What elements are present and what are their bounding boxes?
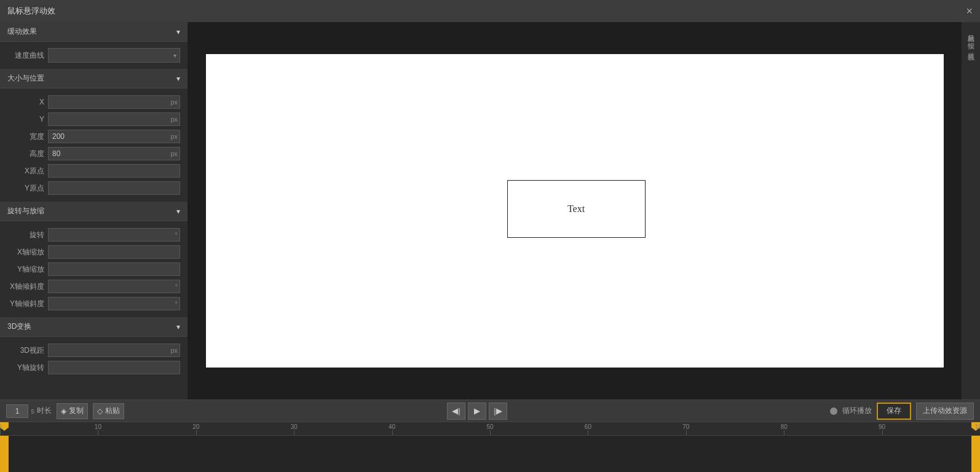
paste-label: 粘贴 — [105, 406, 120, 416]
section-3d-header[interactable]: 3D变换 ▾ — [0, 317, 188, 337]
y-input-wrap: px — [48, 112, 180, 126]
ruler-label-30: 30 — [291, 423, 298, 430]
y-origin-input-wrap — [48, 181, 180, 195]
width-unit: px — [170, 133, 178, 140]
main-area: 缓动效果 ▾ 速度曲线 ▾ 大小与位置 ▾ X — [0, 22, 980, 399]
y-skew-input-wrap: ° — [48, 297, 180, 310]
right-panel: 鼠标悬 按钮1 日系统 — [962, 22, 980, 399]
save-button[interactable]: 保存 — [877, 403, 911, 420]
x-skew-label: X轴倾斜度 — [7, 281, 44, 292]
x-origin-row: X原点 — [0, 162, 188, 179]
x-scale-row: X轴缩放 — [0, 243, 188, 261]
x-skew-unit: ° — [175, 283, 178, 290]
ruler-tick-60 — [588, 430, 588, 435]
loop-toggle[interactable] — [830, 407, 837, 415]
ruler-inner: 0102030405060708090100 — [0, 422, 980, 435]
y-axis-input-wrap — [48, 361, 180, 374]
y-input[interactable] — [48, 112, 180, 126]
right-controls: 循环播放 保存 上传动效资源 — [830, 403, 974, 420]
3d-distance-input-wrap: px — [48, 344, 180, 357]
text-box-label: Text — [567, 203, 585, 214]
ruler-label-20: 20 — [192, 423, 199, 430]
x-label: X — [7, 98, 44, 106]
x-origin-input[interactable] — [48, 164, 180, 178]
y-axis-input[interactable] — [48, 361, 180, 374]
y-label: Y — [7, 115, 44, 124]
loop-label: 循环播放 — [842, 406, 872, 416]
3d-distance-label: 3D视距 — [7, 345, 44, 356]
x-skew-input[interactable] — [48, 280, 180, 293]
y-scale-row: Y轴缩放 — [0, 261, 188, 278]
3d-distance-row: 3D视距 px — [0, 342, 188, 359]
width-input[interactable] — [48, 130, 180, 143]
ruler-tick-80 — [784, 430, 784, 435]
ruler-label-100: 100 — [975, 423, 980, 430]
duration-unit: s — [31, 407, 34, 415]
width-input-wrap: px — [48, 130, 180, 143]
rewind-button[interactable]: ◀| — [447, 403, 465, 420]
ruler-tick-40 — [392, 430, 393, 435]
timeline-ruler: 0102030405060708090100 — [0, 422, 980, 435]
close-button[interactable]: × — [966, 6, 973, 17]
x-scale-label: X轴缩放 — [7, 247, 44, 258]
x-skew-input-wrap: ° — [48, 280, 180, 293]
section-ease-label: 缓动效果 — [7, 26, 37, 37]
left-panel: 缓动效果 ▾ 速度曲线 ▾ 大小与位置 ▾ X — [0, 22, 188, 399]
x-scale-input-wrap — [48, 245, 180, 259]
section-size-header[interactable]: 大小与位置 ▾ — [0, 69, 188, 88]
3d-distance-unit: px — [170, 347, 178, 354]
ruler-tick-90 — [882, 430, 883, 435]
paste-button[interactable]: ◇ 粘贴 — [93, 403, 124, 419]
width-label: 宽度 — [7, 132, 44, 142]
y-unit: px — [170, 116, 178, 123]
x-input[interactable] — [48, 95, 180, 109]
ruler-label-80: 80 — [781, 423, 788, 430]
duration-label: 时长 — [37, 406, 52, 416]
rotate-unit: ° — [175, 231, 178, 238]
title-bar-text: 鼠标悬浮动效 — [7, 6, 55, 17]
ruler-tick-70 — [686, 430, 687, 435]
duration-input[interactable] — [6, 404, 28, 418]
upload-button[interactable]: 上传动效资源 — [916, 403, 974, 420]
y-axis-row: Y轴旋转 — [0, 359, 188, 376]
section-rotate-chevron: ▾ — [176, 207, 180, 216]
duration-wrap: s 时长 — [6, 404, 52, 418]
y-origin-row: Y原点 — [0, 179, 188, 197]
y-origin-label: Y原点 — [7, 183, 44, 194]
rotate-input[interactable] — [48, 228, 180, 242]
ruler-label-40: 40 — [389, 423, 395, 430]
x-scale-input[interactable] — [48, 245, 180, 259]
paste-icon: ◇ — [97, 407, 103, 415]
width-row: 宽度 px — [0, 128, 188, 145]
y-skew-input[interactable] — [48, 297, 180, 310]
sidebar-item-mouse-hover[interactable]: 鼠标悬 — [965, 27, 977, 32]
y-origin-input[interactable] — [48, 181, 180, 195]
play-icon: ▶ — [474, 406, 480, 415]
speed-curve-row: 速度曲线 ▾ — [0, 47, 188, 64]
y-scale-input[interactable] — [48, 262, 180, 276]
x-skew-row: X轴倾斜度 ° — [0, 278, 188, 295]
speed-curve-label: 速度曲线 — [7, 50, 44, 61]
speed-curve-dropdown-wrap: ▾ — [48, 48, 180, 63]
ruler-label-90: 90 — [879, 423, 885, 430]
ruler-label-70: 70 — [682, 423, 689, 430]
section-rotate-header[interactable]: 旋转与放缩 ▾ — [0, 202, 188, 221]
title-bar: 鼠标悬浮动效 × — [0, 0, 980, 22]
speed-curve-select[interactable] — [48, 48, 180, 63]
3d-distance-input[interactable] — [48, 344, 180, 357]
section-ease-header[interactable]: 缓动效果 ▾ — [0, 22, 188, 42]
copy-button[interactable]: ◈ 复制 — [57, 403, 88, 419]
track-left-bar — [0, 436, 9, 472]
track-right-bar — [971, 436, 980, 472]
section-rotate-label: 旋转与放缩 — [7, 206, 44, 216]
height-input[interactable] — [48, 147, 180, 160]
rotate-input-wrap: ° — [48, 228, 180, 242]
section-3d-body: 3D视距 px Y轴旋转 — [0, 337, 188, 381]
play-button[interactable]: ▶ — [468, 403, 486, 420]
forward-button[interactable]: |▶ — [489, 403, 507, 420]
sidebar-item-button1[interactable]: 按钮1 — [965, 34, 977, 43]
section-rotate-body: 旋转 ° X轴缩放 Y轴缩放 X轴倾斜度 — [0, 221, 188, 317]
sidebar-item-system[interactable]: 日系统 — [965, 45, 977, 50]
x-input-wrap: px — [48, 95, 180, 109]
section-ease-chevron: ▾ — [176, 28, 180, 36]
